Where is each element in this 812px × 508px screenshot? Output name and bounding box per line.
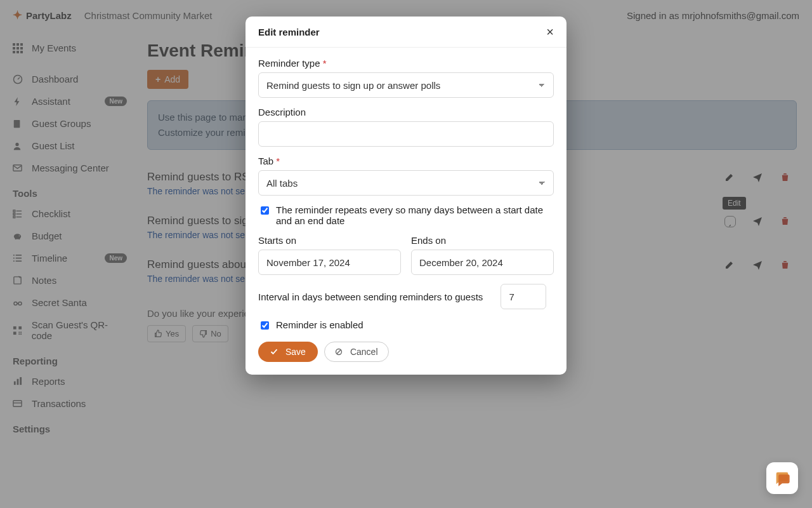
ban-icon: [335, 348, 343, 356]
ends-on-label: Ends on: [411, 235, 554, 246]
interval-input[interactable]: [501, 284, 546, 309]
interval-label: Interval in days between sending reminde…: [258, 291, 483, 302]
starts-on-label: Starts on: [258, 235, 401, 246]
ends-on-input[interactable]: [411, 250, 554, 275]
tab-label: Tab *: [258, 156, 554, 166]
chat-icon: [773, 469, 791, 487]
enabled-checkbox-row[interactable]: Reminder is enabled: [258, 319, 554, 331]
description-input[interactable]: [258, 121, 554, 147]
cancel-button[interactable]: Cancel: [324, 342, 389, 362]
check-icon: [270, 348, 278, 356]
modal-header: Edit reminder ×: [246, 17, 566, 48]
repeat-checkbox-row[interactable]: The reminder repeats every so many days …: [258, 204, 554, 226]
close-icon[interactable]: ×: [546, 25, 554, 38]
svg-line-47: [337, 350, 341, 354]
reminder-type-select[interactable]: Remind guests to sign up or answer polls: [258, 72, 554, 98]
chat-fab[interactable]: [766, 462, 798, 494]
tab-select[interactable]: All tabs: [258, 170, 554, 196]
repeat-checkbox[interactable]: [261, 206, 269, 215]
save-button[interactable]: Save: [258, 342, 318, 362]
starts-on-input[interactable]: [258, 250, 401, 275]
reminder-type-label: Reminder type *: [258, 58, 554, 69]
enabled-checkbox[interactable]: [261, 321, 269, 330]
enabled-label: Reminder is enabled: [276, 319, 363, 330]
description-label: Description: [258, 107, 554, 117]
repeat-label: The reminder repeats every so many days …: [276, 204, 554, 226]
modal-overlay[interactable]: Edit reminder × Reminder type * Remind g…: [0, 0, 812, 508]
edit-reminder-modal: Edit reminder × Reminder type * Remind g…: [246, 17, 566, 375]
modal-title: Edit reminder: [258, 27, 320, 37]
